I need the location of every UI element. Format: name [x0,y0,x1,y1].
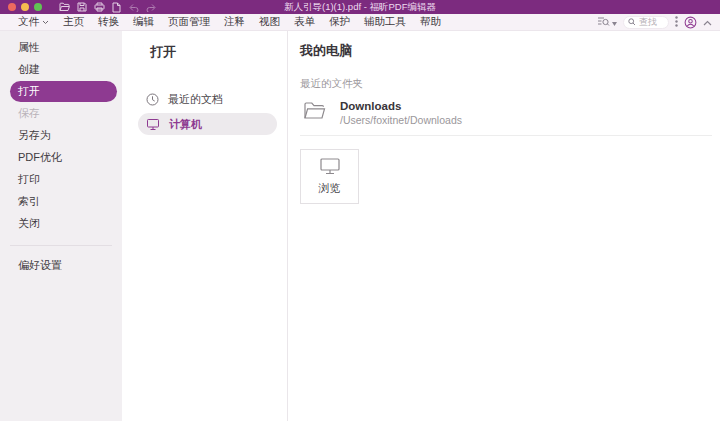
menubar-right-tools [597,16,712,29]
sidebar-item-properties[interactable]: 属性 [10,37,117,58]
menu-comment-label: 注释 [224,15,245,29]
quick-access-toolbar [59,2,157,13]
close-window-button[interactable] [8,3,16,11]
sidebar-item-preferences[interactable]: 偏好设置 [10,255,117,276]
sidebar-item-print[interactable]: 打印 [10,169,117,190]
search-input[interactable] [639,17,664,27]
sidebar-item-open[interactable]: 打开 [10,81,117,102]
folder-info: Downloads /Users/foxitnet/Downloads [340,100,462,126]
open-panel: 打开 最近的文档 计算机 [122,31,288,421]
folder-path: /Users/foxitnet/Downloads [340,114,462,126]
sidebar-item-pdf-optimize[interactable]: PDF优化 [10,147,117,168]
browse-label: 浏览 [319,181,341,196]
app-window: 新人引导(1)(1).pdf - 福昕PDF编辑器 文件 主页 转换 编辑 页面… [0,0,720,421]
my-computer-panel: 我的电脑 最近的文件夹 Downloads /Users/foxitnet/Do… [288,31,720,421]
sidebar-item-close[interactable]: 关闭 [10,213,117,234]
menu-protect-label: 保护 [329,15,350,29]
folder-icon [303,101,326,120]
sidebar-item-save: 保存 [10,103,117,124]
open-panel-title: 打开 [150,43,287,61]
collapse-ribbon-icon[interactable] [703,16,712,28]
menu-protect[interactable]: 保护 [322,15,357,29]
menu-page-management-label: 页面管理 [168,15,210,29]
menu-accessibility[interactable]: 辅助工具 [357,15,413,29]
recent-folder-row[interactable]: Downloads /Users/foxitnet/Downloads [300,100,712,136]
menu-view[interactable]: 视图 [252,15,287,29]
menu-convert[interactable]: 转换 [91,15,126,29]
search-icon [628,16,636,28]
open-location-list: 最近的文档 计算机 [122,88,287,135]
menu-accessibility-label: 辅助工具 [364,15,406,29]
titlebar: 新人引导(1)(1).pdf - 福昕PDF编辑器 [0,0,720,14]
menu-home-label: 主页 [63,15,84,29]
menu-file[interactable]: 文件 [18,15,56,29]
open-folder-icon[interactable] [59,2,70,12]
open-location-label: 最近的文档 [168,92,223,107]
chevron-down-icon [612,16,617,28]
menu-form[interactable]: 表单 [287,15,322,29]
new-document-icon[interactable] [112,2,121,13]
backstage-view: 属性 创建 打开 保存 另存为 PDF优化 打印 索引 关闭 偏好设置 打开 最… [0,31,720,421]
menu-convert-label: 转换 [98,15,119,29]
window-controls [0,3,42,11]
account-avatar-icon[interactable] [684,16,697,29]
search-box [623,16,669,29]
sidebar-divider [10,245,112,246]
save-icon[interactable] [77,2,87,12]
menu-edit-label: 编辑 [133,15,154,29]
clock-icon [146,93,159,106]
file-sidebar: 属性 创建 打开 保存 另存为 PDF优化 打印 索引 关闭 偏好设置 [0,31,122,421]
folder-name: Downloads [340,100,462,112]
open-location-recent-documents[interactable]: 最近的文档 [138,88,277,110]
recent-folders-label: 最近的文件夹 [300,77,712,91]
menu-page-management[interactable]: 页面管理 [161,15,217,29]
sidebar-item-save-as[interactable]: 另存为 [10,125,117,146]
find-in-document-icon [597,16,610,29]
minimize-window-button[interactable] [21,3,29,11]
menu-file-label: 文件 [18,15,39,29]
find-options-button[interactable] [597,16,617,29]
open-location-label: 计算机 [169,117,202,132]
menu-form-label: 表单 [294,15,315,29]
chevron-down-icon [42,20,49,25]
menu-edit[interactable]: 编辑 [126,15,161,29]
browse-button[interactable]: 浏览 [300,149,359,204]
menubar: 文件 主页 转换 编辑 页面管理 注释 视图 表单 保护 辅助工具 帮助 [0,14,720,31]
my-computer-title: 我的电脑 [300,42,712,60]
menu-comment[interactable]: 注释 [217,15,252,29]
more-options-icon[interactable] [675,16,678,29]
menu-view-label: 视图 [259,15,280,29]
menu-help-label: 帮助 [420,15,441,29]
fullscreen-window-button[interactable] [34,3,42,11]
computer-icon [319,157,341,175]
open-location-computer[interactable]: 计算机 [138,113,277,135]
print-icon[interactable] [94,2,105,12]
sidebar-item-index[interactable]: 索引 [10,191,117,212]
computer-icon [146,118,160,131]
redo-icon[interactable] [146,3,157,12]
menu-help[interactable]: 帮助 [413,15,448,29]
menu-home[interactable]: 主页 [56,15,91,29]
sidebar-item-create[interactable]: 创建 [10,59,117,80]
undo-icon[interactable] [128,3,139,12]
